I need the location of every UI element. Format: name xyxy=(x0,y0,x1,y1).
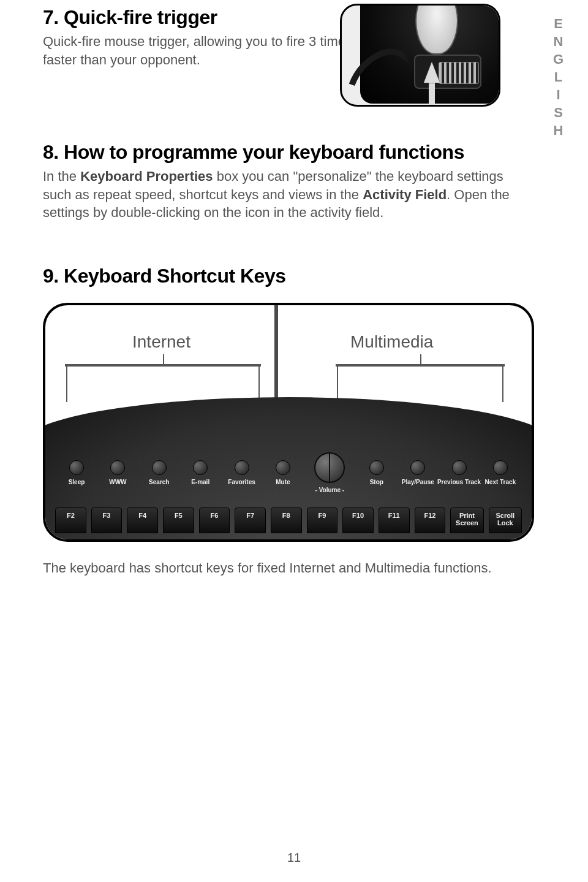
key-f4: F4 xyxy=(127,508,158,533)
media-playpause: Play/Pause xyxy=(399,460,437,485)
key-f6: F6 xyxy=(199,508,230,533)
bracket-multimedia xyxy=(336,364,505,367)
media-www: WWW xyxy=(99,460,137,485)
label-multimedia: Multimedia xyxy=(350,332,433,352)
key-f9: F9 xyxy=(307,508,338,533)
media-email: E-mail xyxy=(181,460,219,485)
body-8-bold1: Keyboard Properties xyxy=(80,169,213,184)
figure-mouse-closeup xyxy=(340,4,500,107)
label-internet: Internet xyxy=(132,332,190,352)
media-stop: Stop xyxy=(358,460,396,485)
arrow-stem xyxy=(429,82,435,106)
media-prev: Previous Track xyxy=(440,460,478,485)
key-scrolllock: Scroll Lock xyxy=(489,508,522,533)
media-mute: Mute xyxy=(264,460,302,485)
key-f5: F5 xyxy=(163,508,194,533)
section-9-footer: The keyboard has shortcut keys for fixed… xyxy=(43,560,545,576)
keyboard-cable xyxy=(274,303,289,407)
volume-wheel: - Volume - xyxy=(305,452,354,493)
connector-grille xyxy=(439,62,479,84)
media-next: Next Track xyxy=(481,460,519,485)
body-8-pre: In the xyxy=(43,169,80,184)
media-search: Search xyxy=(140,460,178,485)
language-tab: ENGLISH xyxy=(550,16,566,140)
heading-8: 8. How to programme your keyboard functi… xyxy=(43,141,545,164)
section-9: 9. Keyboard Shortcut Keys Internet Multi… xyxy=(43,265,545,576)
key-f8: F8 xyxy=(271,508,302,533)
key-f11: F11 xyxy=(379,508,410,533)
figure-keyboard: Internet Multimedia Sleep WWW Search E-m… xyxy=(43,303,534,542)
media-row: Sleep WWW Search E-mail Favorites Mute -… xyxy=(51,451,526,494)
key-f3: F3 xyxy=(91,508,123,533)
section-8: 8. How to programme your keyboard functi… xyxy=(43,141,545,222)
page-number: 11 xyxy=(287,851,301,865)
body-8-bold2: Activity Field xyxy=(363,187,447,202)
key-f2: F2 xyxy=(55,508,86,533)
arrow-icon xyxy=(424,62,440,83)
body-7: Quick-fire mouse trigger, allowing you t… xyxy=(43,32,361,69)
key-f10: F10 xyxy=(342,508,374,533)
fkey-row: F2 F3 F4 F5 F6 F7 F8 F9 F10 F11 F12 Prin… xyxy=(51,508,526,533)
body-8: In the Keyboard Properties box you can "… xyxy=(43,167,521,222)
key-f7: F7 xyxy=(235,508,266,533)
heading-9: 9. Keyboard Shortcut Keys xyxy=(43,265,545,287)
key-f12: F12 xyxy=(415,508,446,533)
key-printscreen: Print Screen xyxy=(450,508,483,533)
bracket-internet xyxy=(65,364,261,367)
media-sleep: Sleep xyxy=(58,460,96,485)
media-favorites: Favorites xyxy=(223,460,261,485)
